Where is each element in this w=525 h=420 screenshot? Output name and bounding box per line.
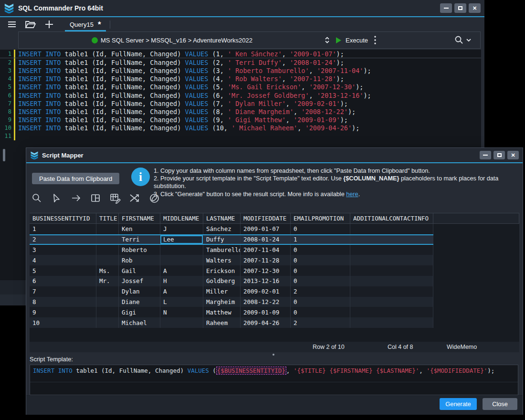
editor-line[interactable]: 1INSERT INTO table1 (Id, FullName, Chang… <box>0 50 481 58</box>
table-cell[interactable]: 6 <box>30 276 96 286</box>
table-cell[interactable]: 2009-02-01 <box>241 286 291 297</box>
table-cell[interactable]: Miller <box>203 286 241 297</box>
table-cell[interactable]: 2008-12-22 <box>241 297 291 307</box>
column-header[interactable]: FIRSTNAME <box>119 213 160 223</box>
template-code-line[interactable]: INSERT INTO table1 (Id, FullName, Change… <box>30 365 518 376</box>
table-cell[interactable]: 0 <box>291 245 350 255</box>
swap-arrows-icon[interactable] <box>129 192 140 204</box>
table-cell[interactable] <box>350 245 433 255</box>
table-cell[interactable]: J <box>160 224 203 234</box>
table-row[interactable]: 6Mr.JossefHGoldberg2013-12-160 <box>30 276 433 286</box>
editor-line[interactable]: 6INSERT INTO table1 (Id, FullName, Chang… <box>0 91 481 99</box>
table-cell[interactable]: 2007-11-28 <box>241 255 291 265</box>
table-cell[interactable]: 0 <box>291 297 350 307</box>
table-cell[interactable] <box>350 297 433 307</box>
dialog-maximize-button[interactable] <box>494 151 505 159</box>
table-cell[interactable] <box>96 235 119 244</box>
table-cell[interactable]: 0 <box>291 265 350 276</box>
maximize-button[interactable] <box>454 3 466 13</box>
execute-button[interactable]: Execute <box>335 32 368 48</box>
editor-line[interactable]: 4INSERT INTO table1 (Id, FullName, Chang… <box>0 75 481 83</box>
script-template-editor[interactable]: INSERT INTO table1 (Id, FullName, Change… <box>30 365 518 395</box>
kebab-menu-icon[interactable] <box>374 35 376 45</box>
table-cell[interactable]: Diane <box>119 297 160 307</box>
generate-button[interactable]: Generate <box>440 398 477 410</box>
column-header[interactable]: LASTNAME <box>203 213 241 223</box>
search-icon[interactable] <box>31 192 42 204</box>
table-cell[interactable]: Margheim <box>203 297 241 307</box>
table-cell[interactable]: 2 <box>30 235 96 244</box>
table-cell[interactable] <box>350 235 433 244</box>
table-cell[interactable]: 2 <box>291 286 350 297</box>
table-cell[interactable] <box>96 224 119 234</box>
table-cell[interactable] <box>160 255 203 265</box>
table-cell[interactable]: 5 <box>30 265 96 276</box>
table-cell[interactable]: 2009-04-26 <box>241 317 291 328</box>
table-cell[interactable]: Michael <box>119 317 160 328</box>
table-cell[interactable]: Walters <box>203 255 241 265</box>
table-cell[interactable]: Mr. <box>96 276 119 286</box>
table-cell[interactable]: H <box>160 276 203 286</box>
table-cell[interactable] <box>96 297 119 307</box>
table-cell[interactable]: 9 <box>30 307 96 317</box>
table-row[interactable]: 2TerriLeeDuffy2008-01-241 <box>30 234 433 245</box>
editor-line[interactable]: 9INSERT INTO table1 (Id, FullName, Chang… <box>0 116 481 124</box>
table-cell[interactable]: Rob <box>119 255 160 265</box>
edit-table-icon[interactable] <box>109 192 121 204</box>
table-row[interactable]: 10MichaelRaheem2009-04-262 <box>30 317 433 328</box>
selected-placeholder[interactable]: {$BUSINESSENTITYID} <box>216 367 286 375</box>
table-cell[interactable]: 2008-01-24 <box>241 235 291 244</box>
table-cell[interactable]: Dylan <box>119 286 160 297</box>
table-cell[interactable]: 1 <box>291 235 350 244</box>
table-cell[interactable] <box>350 286 433 297</box>
table-cell[interactable] <box>96 245 119 255</box>
table-row[interactable]: 3RobertoTamburello2007-11-040 <box>30 245 433 255</box>
tab-query15[interactable]: Query15 * <box>65 17 106 32</box>
combobox-spinner-icon[interactable] <box>324 36 330 44</box>
table-cell[interactable]: Goldberg <box>203 276 241 286</box>
editor-line[interactable]: 5INSERT INTO table1 (Id, FullName, Chang… <box>0 83 481 91</box>
table-cell[interactable]: Sánchez <box>203 224 241 234</box>
new-query-icon[interactable] <box>44 19 54 30</box>
table-cell[interactable]: 0 <box>291 276 350 286</box>
table-cell[interactable]: Raheem <box>203 317 241 328</box>
editor-line[interactable]: 7INSERT INTO table1 (Id, FullName, Chang… <box>0 99 481 107</box>
column-header[interactable]: ADDITIONALCONTACTINFO <box>350 213 433 223</box>
table-cell[interactable]: 2007-11-04 <box>241 245 291 255</box>
open-file-icon[interactable] <box>25 19 36 30</box>
splitter-handle[interactable] <box>273 354 274 356</box>
connection-combobox[interactable]: MS SQL Server > MSSQL_v16 > AdventureWor… <box>101 32 252 48</box>
table-cell[interactable]: 0 <box>291 255 350 265</box>
table-cell[interactable]: Gigi <box>119 307 160 317</box>
table-cell[interactable]: Lee <box>160 235 203 244</box>
table-row[interactable]: 1KenJSánchez2009-01-070 <box>30 224 433 234</box>
table-cell[interactable] <box>350 276 433 286</box>
table-row[interactable]: 4RobWalters2007-11-280 <box>30 255 433 265</box>
dialog-close-button[interactable]: ✕ <box>507 151 519 159</box>
table-cell[interactable]: 2009-01-07 <box>241 224 291 234</box>
table-cell[interactable]: Terri <box>119 235 160 244</box>
table-cell[interactable] <box>350 224 433 234</box>
table-cell[interactable] <box>350 255 433 265</box>
table-cell[interactable]: Ken <box>119 224 160 234</box>
table-cell[interactable]: 0 <box>291 307 350 317</box>
table-cell[interactable]: 2009-01-09 <box>241 307 291 317</box>
table-cell[interactable]: 1 <box>30 224 96 234</box>
table-cell[interactable]: Tamburello <box>203 245 241 255</box>
disable-icon[interactable] <box>148 192 160 204</box>
table-cell[interactable]: Duffy <box>203 235 241 244</box>
minimize-button[interactable] <box>440 3 452 13</box>
table-cell[interactable]: 4 <box>30 255 96 265</box>
table-cell[interactable]: A <box>160 286 203 297</box>
editor-line[interactable]: 10INSERT INTO table1 (Id, FullName, Chan… <box>0 124 481 132</box>
table-cell[interactable] <box>160 317 203 328</box>
table-cell[interactable]: 7 <box>30 286 96 297</box>
table-cell[interactable]: A <box>160 265 203 276</box>
table-cell[interactable]: Ms. <box>96 265 119 276</box>
table-cell[interactable]: Jossef <box>119 276 160 286</box>
data-grid[interactable]: BUSINESSENTITYIDTITLEFIRSTNAMEMIDDLENAME… <box>30 213 519 342</box>
table-cell[interactable] <box>96 307 119 317</box>
dialog-close-action-button[interactable]: Close <box>483 398 517 410</box>
dialog-minimize-button[interactable] <box>480 151 491 159</box>
split-view-icon[interactable] <box>90 192 101 204</box>
